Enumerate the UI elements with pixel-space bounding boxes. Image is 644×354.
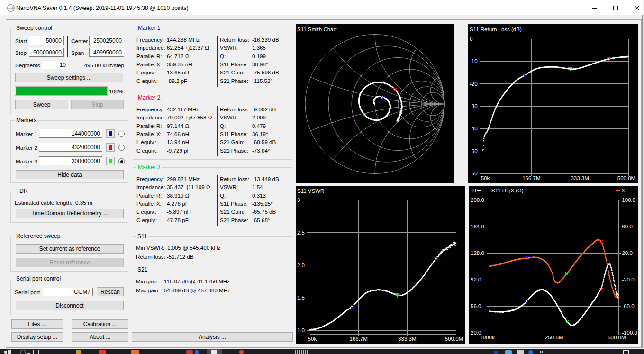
segments-input[interactable]: 10 — [42, 61, 68, 69]
tray-window-icon[interactable] — [517, 350, 524, 354]
task-view-icon[interactable] — [27, 351, 30, 354]
vswr-chart[interactable]: S11 VSWR32.52.01.51.050k166.7M333.3M500.… — [296, 186, 465, 344]
window-title: NanoVNA Saver 0.1.4 (Sweep: 2019-11-01 1… — [16, 5, 189, 11]
rjx-chart[interactable]: 200.0164.0128.092.056.020.0100.060.020.0… — [469, 186, 638, 344]
tray-blue-circle-icon[interactable] — [528, 350, 533, 354]
marker1-right-row3-value: 38.98° — [252, 61, 268, 67]
cable-length-value: 0.35 m — [75, 200, 92, 206]
marker1-left-row2-value: 64.712 Ω — [167, 53, 189, 59]
step-size-label: 495.00 kHz/step — [76, 62, 124, 68]
marker2-radio[interactable] — [118, 145, 125, 151]
marker1-radio[interactable] — [118, 131, 125, 137]
pinned-app-bars-icon[interactable] — [33, 350, 34, 354]
amber-app-icon[interactable] — [76, 350, 81, 354]
svg-text:S11 Return Loss (dB): S11 Return Loss (dB) — [470, 27, 522, 32]
marker1-data-panel: Marker 1Frequency:144.238 MHzImpedance:6… — [133, 28, 292, 90]
red-app-icon[interactable] — [99, 350, 106, 354]
svg-text:200.0: 200.0 — [471, 197, 484, 203]
disconnect-button[interactable]: Disconnect — [16, 301, 124, 310]
s11-return-loss-label: Return loss: — [136, 254, 165, 260]
sweep-settings-button[interactable]: Sweep settings ... — [15, 73, 123, 82]
display-setup-button[interactable]: Display setup ... — [11, 332, 63, 342]
about-button[interactable]: About ... — [72, 332, 128, 342]
s11-return-loss-value: -51.712 dB — [167, 254, 194, 260]
window-left-border — [0, 15, 0, 349]
marker1-panel-title: Marker 1 — [136, 25, 162, 31]
maximize-button[interactable] — [605, 0, 626, 15]
action-center-icon[interactable] — [623, 350, 629, 354]
sweep-progress-fill — [16, 87, 107, 95]
marker1-right-row4-label: S21 Gain: — [220, 69, 245, 75]
svg-text:60.0: 60.0 — [622, 224, 632, 229]
svg-text:128.0: 128.0 — [471, 250, 484, 256]
marker1-left-row1-label: Impedance: — [136, 45, 165, 51]
marker3-right-row1-value: 1.54 — [252, 184, 263, 190]
analysis-button[interactable]: Analysis ... — [132, 332, 293, 342]
marker3-right-row4-value: -65.75 dB — [252, 209, 276, 215]
stop-button[interactable]: Stop — [71, 100, 124, 109]
tdr-group-title: TDR — [15, 188, 29, 194]
orange-app-icon[interactable] — [131, 350, 139, 354]
span-input[interactable]: 499950000 — [89, 48, 124, 57]
rescan-button[interactable]: Rescan — [97, 287, 124, 296]
marker3-freq-input[interactable]: 300000000 — [39, 156, 102, 165]
marker2-right-row0-label: Return loss: — [220, 106, 249, 112]
marker3-left-row0-value: 299.821 MHz — [167, 176, 200, 182]
reset-reference-button[interactable]: Reset reference — [16, 258, 124, 267]
sweep-control-title: Sweep control — [15, 25, 54, 31]
tdr-button[interactable]: Time Domain Reflectometry ... — [16, 209, 124, 218]
marker3-color-swatch[interactable] — [106, 157, 115, 165]
marker2-freq-input[interactable]: 432000000 — [39, 143, 102, 152]
teal-app-icon[interactable] — [295, 350, 296, 354]
segments-label: Segments — [15, 62, 40, 68]
svg-text:2.0: 2.0 — [297, 263, 305, 268]
files-button[interactable]: Files ... — [11, 319, 63, 329]
red-dot-app-icon[interactable] — [239, 350, 244, 354]
cable-length-label: Estimated cable length: 0.35 m — [15, 200, 92, 206]
marker3-color — [109, 159, 112, 163]
s21-info-title: S21 — [136, 267, 149, 273]
marker3-right-row2-value: 0.313 — [252, 192, 266, 199]
serial-port-input[interactable]: COM7 — [43, 288, 93, 296]
sweep-col-divider — [67, 36, 68, 57]
marker3-radio[interactable] — [118, 158, 125, 164]
return-loss-chart[interactable]: S11 Return Loss (dB)0-10-20-30-40-50-605… — [468, 24, 638, 183]
marker1-color-swatch[interactable] — [106, 129, 115, 138]
marker3-left-row3-label: Parallel X: — [136, 200, 162, 207]
set-reference-button[interactable]: Set current as reference — [16, 244, 124, 254]
marker1-left-row0-label: Frequency: — [136, 36, 164, 43]
marker1-left-row3-label: Parallel X: — [136, 61, 162, 67]
tray-dots-icon[interactable] — [540, 351, 541, 353]
tray-darkblue-icon[interactable] — [494, 351, 498, 354]
windows-start-icon[interactable] — [4, 349, 11, 354]
center-input[interactable]: 250025000 — [89, 36, 124, 45]
stop-input[interactable]: 500000000 — [29, 48, 64, 57]
minimize-button[interactable] — [583, 0, 605, 15]
s11-min-vswr-label: Min VSWR: — [136, 245, 164, 251]
svg-text:S11 R+jX (Ω): S11 R+jX (Ω) — [491, 188, 524, 193]
marker1-freq-input[interactable]: 144000000 — [39, 129, 102, 138]
hide-data-button[interactable]: Hide data — [16, 170, 124, 179]
marker2-left-row2-value: 97.144 Ω — [167, 123, 189, 129]
marker3-left-row4-label: L equiv.: — [136, 209, 157, 215]
marker2-left-row0-label: Frequency: — [136, 106, 164, 112]
marker3-left-row1-value: 35.437 -j11.109 Ω — [167, 184, 210, 190]
close-button[interactable] — [626, 0, 644, 15]
calibration-button[interactable]: Calibration ... — [72, 319, 128, 329]
svg-text:500.0M: 500.0M — [608, 335, 626, 340]
svg-text:X: X — [621, 188, 625, 193]
s21-max-gain-label: Max gain: — [136, 287, 160, 293]
active-task-button[interactable] — [207, 349, 222, 354]
serial-port-label: Serial port — [15, 289, 40, 295]
sweep-button[interactable]: Sweep — [15, 100, 68, 109]
marker2-color-swatch[interactable] — [106, 143, 115, 152]
marker3-left-row2-value: 38.919 Ω — [167, 192, 189, 199]
cortana-icon[interactable] — [20, 350, 26, 354]
smith-chart[interactable]: S11 Smith Chart — [296, 24, 454, 183]
tray-lightblue-icon[interactable] — [505, 350, 512, 354]
crimson-app-icon[interactable] — [186, 350, 193, 354]
marker2-left-row5-value: -9.729 pF — [167, 147, 190, 154]
marker1-left-row0-value: 144.238 MHz — [167, 36, 200, 43]
blue-app-icon[interactable] — [195, 350, 199, 354]
start-input[interactable]: 50000 — [29, 36, 64, 45]
